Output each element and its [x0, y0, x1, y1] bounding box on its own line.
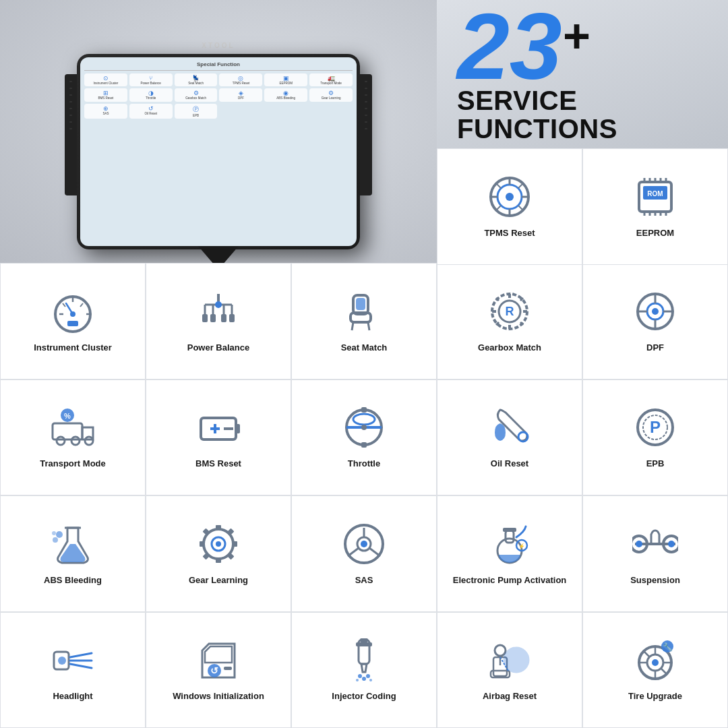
svg-point-31	[70, 311, 75, 317]
hero-plus: +	[562, 13, 590, 60]
hero-line2: FUNCTIONS	[457, 115, 617, 143]
svg-line-150	[661, 669, 667, 674]
svg-point-141	[504, 648, 528, 672]
svg-rect-125	[224, 667, 232, 670]
gear-learning-label: Gear Learning	[189, 575, 248, 586]
svg-point-132	[366, 674, 370, 678]
svg-point-91	[53, 537, 58, 543]
svg-line-149	[644, 651, 649, 657]
svg-rect-39	[202, 314, 208, 322]
gear-learning-cell[interactable]: Gear Learning	[146, 495, 291, 612]
seat-match-cell[interactable]: Seat Match	[291, 263, 437, 380]
svg-point-69	[57, 437, 65, 445]
epb-cell[interactable]: P EPB	[582, 380, 728, 496]
airbag-reset-cell[interactable]: Airbag Reset	[437, 612, 582, 729]
gearbox-match-icon: R	[487, 284, 533, 338]
throttle-icon	[341, 400, 387, 454]
svg-rect-40	[210, 314, 216, 322]
bms-reset-label: BMS Reset	[195, 458, 241, 470]
svg-rect-112	[503, 528, 516, 532]
svg-point-95	[216, 541, 221, 547]
svg-text:⚡: ⚡	[518, 543, 525, 549]
suspension-icon	[632, 517, 678, 571]
tpms-reset-icon	[487, 170, 533, 224]
page-layout: XTOOL	[0, 0, 728, 728]
row-2: % Transport Mode BMS Reset	[0, 380, 728, 496]
svg-point-117	[636, 541, 642, 547]
svg-rect-48	[356, 298, 365, 310]
svg-rect-97	[216, 557, 221, 563]
eeprom-label: EEPROM	[636, 228, 674, 239]
suspension-label: Suspension	[630, 575, 680, 586]
svg-rect-98	[200, 541, 205, 547]
oil-reset-cell[interactable]: Oil Reset	[437, 380, 582, 496]
svg-line-28	[63, 303, 65, 307]
abs-bleeding-icon	[50, 517, 96, 571]
transport-mode-cell[interactable]: % Transport Mode	[0, 380, 146, 496]
abs-bleeding-label: ABS Bleeding	[44, 575, 102, 586]
seat-match-icon	[341, 284, 387, 338]
svg-point-119	[668, 541, 675, 547]
screen-title: Special Function	[84, 61, 353, 71]
row-3: ABS Bleeding	[0, 495, 728, 612]
gearbox-match-cell[interactable]: R Gearbox Match	[437, 263, 582, 380]
speaker-right	[360, 74, 372, 195]
svg-line-121	[70, 653, 92, 657]
eeprom-cell[interactable]: ROM	[582, 148, 728, 265]
suspension-cell[interactable]: Suspension	[582, 495, 728, 612]
svg-point-82	[361, 425, 367, 430]
oil-reset-label: Oil Reset	[491, 458, 528, 470]
svg-point-43	[215, 301, 222, 308]
tpms-reset-cell[interactable]: TPMS Reset	[437, 148, 582, 265]
windows-init-cell[interactable]: ↺ Windows Initialization	[146, 612, 291, 729]
svg-rect-135	[356, 642, 372, 646]
row-4: Headlight ↺ Windows Initialization	[0, 612, 728, 729]
svg-marker-129	[361, 664, 367, 672]
svg-line-8	[497, 206, 501, 210]
throttle-cell[interactable]: Throttle	[291, 380, 437, 496]
hero-number: 23	[457, 6, 562, 86]
injector-coding-cell[interactable]: Injector Coding	[291, 612, 437, 729]
bms-reset-icon	[195, 400, 241, 454]
svg-line-108	[348, 548, 359, 556]
svg-rect-83	[361, 407, 367, 413]
svg-text:🔧: 🔧	[663, 642, 673, 652]
svg-line-9	[518, 206, 522, 210]
tablet-body: Special Function ⊙Instrument Cluster ⑂Po…	[77, 54, 360, 249]
oil-reset-icon	[487, 400, 533, 454]
sas-label: SAS	[355, 575, 373, 586]
bms-reset-cell[interactable]: BMS Reset	[146, 380, 291, 496]
svg-line-10	[497, 184, 501, 188]
svg-point-131	[362, 677, 366, 681]
sas-cell[interactable]: SAS	[291, 495, 437, 612]
svg-line-47	[368, 322, 369, 330]
svg-text:ROM: ROM	[647, 190, 663, 198]
power-balance-cell[interactable]: Power Balance	[146, 263, 291, 380]
svg-text:R: R	[506, 305, 514, 318]
svg-rect-42	[229, 314, 235, 322]
transport-mode-icon: %	[50, 400, 96, 454]
instrument-cluster-label: Instrument Cluster	[34, 342, 112, 354]
tire-upgrade-cell[interactable]: 🔧 Tire Upgrade	[582, 612, 728, 729]
svg-text:↺: ↺	[210, 665, 218, 676]
power-balance-label: Power Balance	[187, 342, 250, 354]
instrument-cluster-cell[interactable]: Instrument Cluster	[0, 263, 146, 380]
svg-line-29	[80, 303, 83, 307]
svg-rect-99	[232, 541, 237, 547]
dpf-cell[interactable]: DPF	[582, 263, 728, 380]
speaker-left	[65, 74, 77, 195]
svg-point-134	[369, 679, 372, 681]
headlight-cell[interactable]: Headlight	[0, 612, 146, 729]
svg-point-90	[56, 531, 63, 538]
tablet-screen: Special Function ⊙Instrument Cluster ⑂Po…	[80, 57, 357, 246]
windows-init-label: Windows Initialization	[173, 691, 264, 702]
gear-learning-icon	[195, 517, 241, 571]
device-area: XTOOL	[0, 0, 437, 263]
electronic-pump-cell[interactable]: ⚡ Electronic Pump Activation	[437, 495, 582, 612]
svg-rect-84	[361, 442, 367, 448]
hero-line1: SERVICE	[457, 86, 577, 115]
abs-bleeding-cell[interactable]: ABS Bleeding	[0, 495, 146, 612]
svg-point-81	[353, 414, 375, 425]
transport-mode-label: Transport Mode	[40, 458, 106, 470]
svg-rect-32	[67, 321, 78, 326]
